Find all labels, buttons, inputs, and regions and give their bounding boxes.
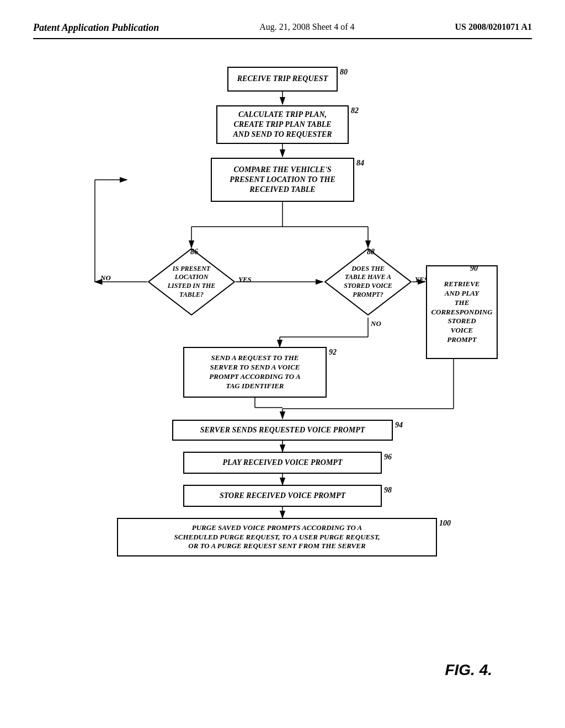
header: Patent Application Publication Aug. 21, … [33, 22, 532, 39]
box-98: STORE RECEIVED VOICE PROMPT [183, 485, 382, 507]
step-num-82: 82 [351, 106, 359, 115]
box-98-text: STORE RECEIVED VOICE PROMPT [220, 491, 345, 501]
box-96-text: PLAY RECEIVED VOICE PROMPT [223, 458, 343, 468]
box-84: COMPARE THE VEHICLE'S PRESENT LOCATION T… [211, 158, 354, 202]
header-right-label: US 2008/0201071 A1 [455, 22, 532, 32]
header-left-label: Patent Application Publication [33, 22, 159, 34]
box-82: CALCULATE TRIP PLAN, CREATE TRIP PLAN TA… [216, 105, 349, 144]
diamond-88-no-label: NO [371, 319, 381, 328]
page: Patent Application Publication Aug. 21, … [0, 0, 565, 728]
figure-label: FIG. 4. [445, 661, 492, 679]
box-96: PLAY RECEIVED VOICE PROMPT [183, 452, 382, 474]
step-num-100: 100 [439, 519, 451, 528]
diamond-86-text: IS PRESENT LOCATION LISTED IN THE TABLE? [164, 265, 219, 299]
step-num-90: 90 [470, 264, 478, 273]
box-90-text: RETRIEVE AND PLAY THE CORRESPONDING STOR… [431, 280, 492, 345]
box-100-text: PURGE SAVED VOICE PROMPTS ACCORDING TO A… [174, 523, 380, 552]
box-80-text: RECEIVE TRIP REQUEST [237, 74, 328, 84]
diamond-88-text: DOES THE TABLE HAVE A STORED VOICE PROMP… [340, 265, 396, 299]
step-num-84: 84 [356, 159, 364, 168]
header-center-label: Aug. 21, 2008 Sheet 4 of 4 [259, 22, 354, 32]
box-100: PURGE SAVED VOICE PROMPTS ACCORDING TO A… [117, 518, 437, 556]
box-84-text: COMPARE THE VEHICLE'S PRESENT LOCATION T… [230, 165, 335, 195]
diamond-86-no-label: NO [100, 274, 111, 282]
box-94: SERVER SENDS REQUESTED VOICE PROMPT [172, 420, 393, 441]
box-92-text: SEND A REQUEST TO THE SERVER TO SEND A V… [209, 354, 300, 391]
step-num-86: 86 [190, 248, 198, 256]
diamond-86-container: IS PRESENT LOCATION LISTED IN THE TABLE? [147, 248, 236, 316]
box-90: RETRIEVE AND PLAY THE CORRESPONDING STOR… [426, 265, 498, 359]
flowchart: RECEIVE TRIP REQUEST 80 CALCULATE TRIP P… [62, 56, 503, 679]
step-num-88: 88 [367, 248, 375, 256]
box-80: RECEIVE TRIP REQUEST [227, 67, 338, 92]
step-num-80: 80 [340, 68, 348, 77]
step-num-92: 92 [329, 348, 337, 357]
step-num-98: 98 [384, 486, 392, 495]
box-82-text: CALCULATE TRIP PLAN, CREATE TRIP PLAN TA… [233, 110, 332, 140]
diamond-86-yes-label: YES [238, 275, 252, 284]
box-94-text: SERVER SENDS REQUESTED VOICE PROMPT [200, 425, 365, 435]
box-92: SEND A REQUEST TO THE SERVER TO SEND A V… [183, 347, 327, 398]
diamond-88-container: DOES THE TABLE HAVE A STORED VOICE PROMP… [324, 248, 412, 316]
step-num-96: 96 [384, 453, 392, 462]
step-num-94: 94 [395, 421, 403, 430]
